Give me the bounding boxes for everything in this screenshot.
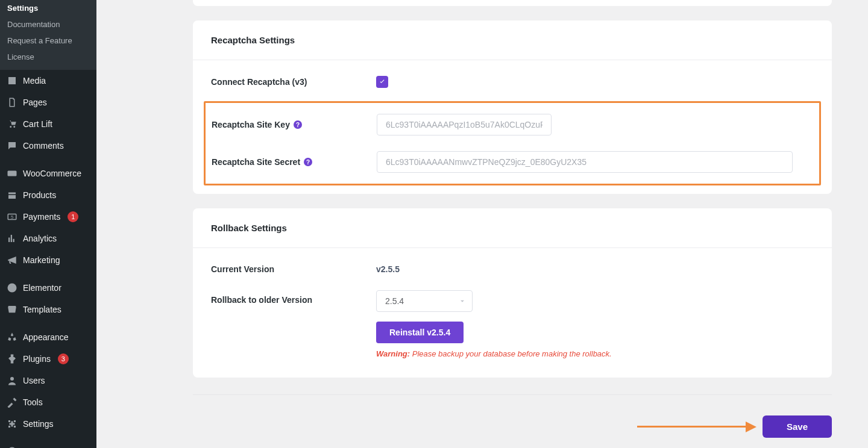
sidebar-item-tools[interactable]: Tools [0, 391, 96, 413]
rollback-label: Rollback to older Version [211, 290, 376, 305]
sidebar-item-label: WooCommerce [23, 169, 81, 178]
rollback-version-select[interactable]: 2.5.4 [376, 290, 473, 312]
sidebar-item-label: Tools [23, 397, 43, 407]
arrow-line [637, 426, 746, 428]
save-button[interactable]: Save [763, 415, 832, 438]
svg-point-3 [8, 284, 17, 293]
sidebar-item-label: Comments [23, 141, 64, 151]
marketing-icon [6, 254, 18, 266]
sidebar-item-products[interactable]: Products [0, 184, 96, 206]
main-content[interactable]: Recaptcha Settings Connect Recaptcha (v3… [96, 0, 868, 448]
site-secret-label: Recaptcha Site Secret ? [212, 157, 377, 167]
site-key-label: Recaptcha Site Key ? [212, 120, 377, 129]
sidebar-sub-request-feature[interactable]: Request a Feature [0, 33, 96, 49]
plugins-icon [6, 353, 18, 365]
current-version-label: Current Version [211, 264, 376, 274]
users-icon [6, 375, 18, 387]
payments-badge: 1 [68, 211, 78, 222]
sidebar-item-appearance[interactable]: Appearance [0, 326, 96, 348]
site-key-input[interactable] [377, 114, 552, 135]
recaptcha-panel-title: Recaptcha Settings [193, 20, 832, 60]
help-icon[interactable]: ? [304, 158, 312, 166]
cart-lift-icon [6, 118, 18, 130]
svg-text:5: 5 [11, 214, 13, 220]
settings-icon [6, 418, 18, 430]
connect-recaptcha-label: Connect Recaptcha (v3) [211, 77, 376, 87]
site-secret-input[interactable] [377, 151, 793, 173]
pages-icon [6, 96, 18, 108]
sidebar-item-label: Templates [23, 305, 61, 314]
sidebar-item-label: Analytics [23, 234, 57, 243]
duplicator-icon [6, 446, 18, 448]
connect-recaptcha-row: Connect Recaptcha (v3) [211, 76, 814, 88]
sidebar-item-label: Plugins [23, 354, 51, 364]
site-secret-row: Recaptcha Site Secret ? [212, 151, 813, 173]
sidebar-item-label: Appearance [23, 332, 69, 342]
sidebar-item-templates[interactable]: Templates [0, 299, 96, 320]
rollback-warning: Warning: Please backup your database bef… [376, 349, 612, 358]
rollback-version-select-wrap: 2.5.4 [376, 290, 473, 312]
sidebar-item-label: Settings [23, 419, 54, 429]
appearance-icon [6, 331, 18, 343]
svg-rect-0 [8, 171, 17, 176]
sidebar-item-plugins[interactable]: Plugins 3 [0, 348, 96, 370]
sidebar-item-cart-lift[interactable]: Cart Lift [0, 113, 96, 135]
reinstall-button[interactable]: Reinstall v2.5.4 [376, 322, 464, 343]
sidebar-item-duplicator[interactable]: Duplicator [0, 441, 96, 448]
current-version-row: Current Version v2.5.5 [211, 264, 814, 275]
sidebar-item-comments[interactable]: Comments [0, 135, 96, 157]
sidebar-item-analytics[interactable]: Analytics [0, 228, 96, 249]
panel-cutoff-top [193, 0, 832, 6]
sidebar-item-payments[interactable]: 5 Payments 1 [0, 206, 96, 228]
analytics-icon [6, 232, 18, 244]
sidebar-item-label: Marketing [23, 255, 60, 265]
rollback-row: Rollback to older Version 2.5.4 Reinstal… [211, 290, 814, 358]
rollback-panel: Rollback Settings Current Version v2.5.5… [193, 208, 832, 378]
tools-icon [6, 396, 18, 408]
media-icon [6, 75, 18, 87]
payments-icon: 5 [6, 211, 18, 223]
checkmark-icon [379, 78, 386, 86]
sidebar-sub-documentation[interactable]: Documentation [0, 16, 96, 33]
save-row: Save [193, 415, 832, 438]
warning-text: Please backup your database before makin… [412, 349, 612, 358]
sidebar-submenu: Settings Documentation Request a Feature… [0, 0, 96, 70]
arrow-head-icon [746, 422, 756, 432]
elementor-icon [6, 282, 18, 294]
sidebar-item-label: Products [23, 190, 56, 200]
help-icon[interactable]: ? [294, 120, 302, 129]
sidebar-item-label: Payments [23, 212, 60, 222]
sidebar-item-marketing[interactable]: Marketing [0, 249, 96, 271]
recaptcha-highlight-box: Recaptcha Site Key ? Recaptcha Site Secr… [204, 101, 821, 185]
comments-icon [6, 140, 18, 152]
sidebar-item-media[interactable]: Media [0, 70, 96, 92]
sidebar-sub-settings[interactable]: Settings [0, 0, 96, 16]
products-icon [6, 189, 18, 201]
sidebar-item-users[interactable]: Users [0, 370, 96, 391]
divider [193, 394, 832, 395]
recaptcha-panel: Recaptcha Settings Connect Recaptcha (v3… [193, 20, 832, 194]
annotation-arrow [637, 422, 756, 432]
sidebar-item-elementor[interactable]: Elementor [0, 277, 96, 299]
current-version-value: v2.5.5 [376, 264, 400, 274]
sidebar-item-settings[interactable]: Settings [0, 413, 96, 435]
sidebar-item-label: Pages [23, 98, 47, 107]
admin-sidebar: Settings Documentation Request a Feature… [0, 0, 96, 448]
sidebar-item-label: Media [23, 76, 46, 86]
woocommerce-icon [6, 167, 18, 179]
templates-icon [6, 303, 18, 316]
sidebar-item-label: Elementor [23, 283, 61, 293]
connect-recaptcha-checkbox[interactable] [376, 76, 388, 88]
svg-point-4 [10, 377, 14, 381]
sidebar-item-woocommerce[interactable]: WooCommerce [0, 163, 96, 184]
site-key-row: Recaptcha Site Key ? [212, 114, 813, 135]
sidebar-item-label: Cart Lift [23, 119, 52, 129]
sidebar-item-pages[interactable]: Pages [0, 92, 96, 113]
rollback-panel-title: Rollback Settings [193, 208, 832, 248]
sidebar-item-label: Users [23, 376, 45, 385]
plugins-badge: 3 [58, 353, 69, 364]
warning-label: Warning: [376, 349, 410, 358]
sidebar-sub-license[interactable]: License [0, 49, 96, 65]
